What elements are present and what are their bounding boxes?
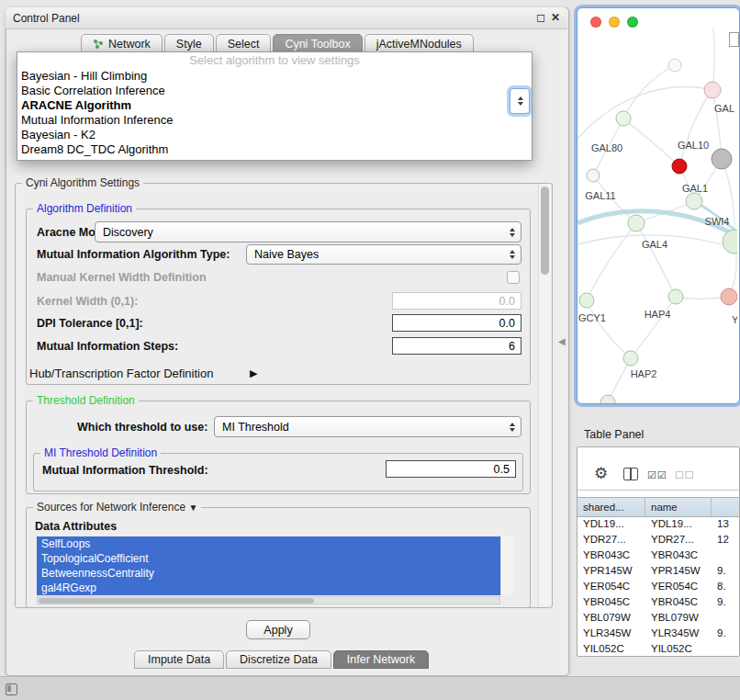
dropdown-item-basic-correlation[interactable]: Basic Correlation Inference bbox=[17, 84, 532, 98]
checkbox-pair-checked-icon[interactable]: ☑☑ bbox=[647, 469, 667, 481]
gear-icon[interactable]: ⚙ bbox=[594, 464, 608, 483]
tab-impute-data[interactable]: Impute Data bbox=[134, 650, 224, 669]
attributes-vscrollbar[interactable] bbox=[500, 536, 513, 595]
node-gal4[interactable] bbox=[628, 215, 645, 231]
list-item-selfloops[interactable]: SelfLoops bbox=[37, 536, 500, 551]
node-top[interactable] bbox=[668, 59, 681, 72]
attributes-hscrollbar[interactable] bbox=[37, 596, 500, 604]
aracne-mode-select[interactable]: Discovery bbox=[95, 221, 521, 243]
screen: Control Panel ◻ ✕ Network Style Select C… bbox=[0, 0, 740, 700]
node-label-hap2: HAP2 bbox=[631, 368, 657, 379]
table-row[interactable]: YPR145WYPR145W9. bbox=[577, 563, 740, 579]
node-gal1[interactable] bbox=[686, 193, 702, 209]
cell: YLR345W bbox=[645, 626, 712, 641]
stepper-icon bbox=[510, 423, 515, 432]
settings-scrollbar-thumb[interactable] bbox=[541, 186, 549, 275]
mi-steps-field[interactable]: 6 bbox=[392, 337, 521, 355]
tab-select[interactable]: Select bbox=[216, 34, 272, 53]
cell bbox=[712, 641, 740, 657]
splitter-collapse-icon[interactable]: ◀ bbox=[558, 336, 566, 346]
dropdown-item-bayesian-k2[interactable]: Bayesian - K2 bbox=[17, 128, 532, 142]
which-threshold-select[interactable]: MI Threshold bbox=[214, 416, 521, 437]
algorithm-dropdown-popup: Select algorithm to view settings Bayesi… bbox=[17, 51, 533, 161]
node-hap2[interactable] bbox=[623, 351, 638, 366]
tab-discretize-data[interactable]: Discretize Data bbox=[226, 650, 331, 669]
kernel-width-label: Kernel Width (0,1): bbox=[37, 295, 138, 308]
node-gcy1[interactable] bbox=[579, 293, 594, 308]
table-row[interactable]: YBL079WYBL079W bbox=[577, 610, 740, 626]
node-gray[interactable] bbox=[712, 149, 732, 169]
node-label-gcy1: GCY1 bbox=[578, 312, 606, 323]
cell: YDL19... bbox=[577, 516, 645, 532]
cell: YDR27... bbox=[645, 532, 712, 548]
apply-button[interactable]: Apply bbox=[246, 620, 310, 639]
node-pink[interactable] bbox=[704, 82, 721, 98]
manual-kernel-label: Manual Kernel Width Definition bbox=[37, 271, 207, 284]
mi-threshold-value: 0.5 bbox=[494, 463, 510, 476]
node-label-partial-gal: GAL bbox=[714, 103, 734, 114]
attributes-hscrollbar-thumb[interactable] bbox=[39, 598, 314, 604]
table-row[interactable]: YBR045CYBR045C9. bbox=[577, 594, 740, 610]
tab-infer-network-label: Infer Network bbox=[347, 653, 415, 666]
close-window-icon[interactable]: ✕ bbox=[551, 11, 560, 24]
dpi-tolerance-label: DPI Tolerance [0,1]: bbox=[37, 317, 143, 330]
dropdown-item-bayesian-hill-climbing[interactable]: Bayesian - Hill Climbing bbox=[17, 69, 532, 84]
cell: 9. bbox=[712, 626, 740, 641]
table-row[interactable]: YBR043CYBR043C bbox=[577, 548, 740, 563]
cell: 8. bbox=[712, 579, 740, 594]
column-manager-icon[interactable] bbox=[623, 468, 638, 480]
data-attributes-list[interactable]: SelfLoops TopologicalCoefficient Between… bbox=[37, 536, 500, 595]
node-label-gal1: GAL1 bbox=[682, 183, 708, 194]
node-hap4[interactable] bbox=[668, 289, 683, 304]
expanded-arrow-icon[interactable]: ▼ bbox=[188, 502, 197, 513]
tab-jactivemnodules[interactable]: jActiveMNodules bbox=[364, 34, 474, 53]
collapsed-arrow-icon[interactable]: ▶ bbox=[250, 367, 257, 379]
checkbox-pair-unchecked-icon[interactable]: ☐☐ bbox=[675, 469, 695, 481]
list-item-topologicalcoefficient[interactable]: TopologicalCoefficient bbox=[37, 551, 500, 566]
algorithm-combobox-stepper[interactable] bbox=[510, 88, 530, 114]
table-row[interactable]: YDL19...YDL19...13 bbox=[577, 516, 740, 532]
settings-scrollbar[interactable] bbox=[538, 184, 551, 605]
dropdown-item-dream8[interactable]: Dream8 DC_TDC Algorithm bbox=[17, 142, 532, 157]
tab-style[interactable]: Style bbox=[164, 34, 214, 53]
tab-cyni-toolbox[interactable]: Cyni Toolbox bbox=[273, 34, 362, 53]
dpi-tolerance-field[interactable]: 0.0 bbox=[392, 314, 521, 332]
mi-threshold-field[interactable]: 0.5 bbox=[386, 460, 516, 478]
mi-type-select[interactable]: Naive Bayes bbox=[246, 244, 521, 265]
float-window-icon[interactable]: ◻ bbox=[536, 11, 545, 24]
manual-kernel-checkbox[interactable] bbox=[507, 271, 520, 284]
sources-title: Sources for Network Inference ▼ bbox=[33, 501, 201, 514]
docked-panel-icon[interactable] bbox=[6, 683, 17, 695]
node-label-gal11: GAL11 bbox=[585, 190, 615, 201]
dropdown-item-mutual-information[interactable]: Mutual Information Inference bbox=[17, 113, 532, 128]
column-header-shared[interactable]: shared... bbox=[577, 498, 645, 516]
minimize-traffic-light[interactable] bbox=[609, 17, 620, 28]
zoom-traffic-light[interactable] bbox=[627, 17, 638, 28]
column-header-cut[interactable] bbox=[712, 498, 740, 516]
cell: YDL19... bbox=[645, 516, 712, 532]
stepper-icon bbox=[510, 228, 515, 237]
node-salmon[interactable] bbox=[721, 288, 737, 305]
table-row[interactable]: YER054CYER054C8. bbox=[577, 579, 740, 594]
list-item-betweennesscentrality[interactable]: BetweennessCentrality bbox=[37, 566, 500, 581]
tab-network[interactable]: Network bbox=[81, 34, 163, 53]
node-swi4[interactable] bbox=[723, 230, 737, 254]
window-title: Control Panel bbox=[13, 12, 80, 25]
node-gal80[interactable] bbox=[616, 111, 631, 126]
list-item-gal4rgexp[interactable]: gal4RGexp bbox=[37, 581, 500, 595]
cell: 9. bbox=[712, 594, 740, 610]
network-canvas[interactable]: GAL80 GAL11 GAL10 GAL1 GAL4 SWI4 GCY1 HA… bbox=[577, 28, 737, 403]
node-label-swi4: SWI4 bbox=[705, 216, 730, 227]
table-row[interactable]: YDR27...YDR27...12 bbox=[577, 532, 740, 548]
node-bottom[interactable] bbox=[600, 395, 615, 403]
column-header-name[interactable]: name bbox=[645, 498, 712, 516]
node-gal10[interactable] bbox=[672, 159, 687, 174]
table-row[interactable]: YIL052CYIL052C bbox=[577, 641, 740, 657]
tab-infer-network[interactable]: Infer Network bbox=[333, 650, 429, 669]
table-row[interactable]: YLR345WYLR345W9. bbox=[577, 626, 740, 641]
dropdown-item-aracne[interactable]: ARACNE Algorithm bbox=[17, 98, 532, 113]
hub-section-label[interactable]: Hub/Transcription Factor Definition bbox=[29, 367, 213, 380]
table-panel: ⚙ ☑☑ ☐☐ shared... name YDL19...YDL19...1… bbox=[577, 446, 740, 657]
close-traffic-light[interactable] bbox=[590, 17, 601, 28]
node-gal11[interactable] bbox=[587, 169, 600, 182]
